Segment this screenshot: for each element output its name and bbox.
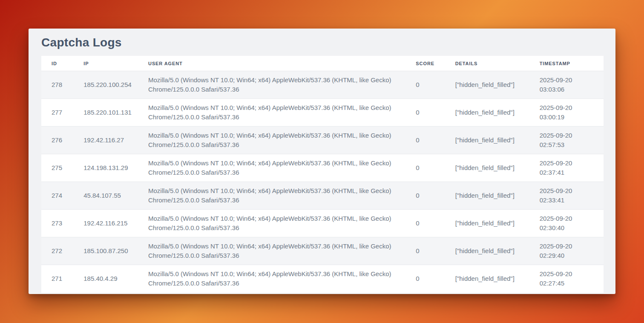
captcha-log-table: ID IP USER AGENT SCORE DETAILS TIMESTAMP…: [41, 56, 604, 293]
cell-id: 278: [41, 71, 73, 99]
cell-id: 276: [41, 127, 73, 154]
column-header-id: ID: [41, 56, 73, 71]
cell-timestamp: 2025-09-20 02:30:40: [529, 210, 604, 237]
cell-score: 0: [405, 210, 445, 237]
cell-details: ["hidden_field_filled"]: [445, 182, 529, 210]
cell-ip: 124.198.131.29: [73, 154, 138, 182]
captcha-logs-card: Captcha Logs ID IP USER AGENT SCORE DETA…: [29, 29, 615, 294]
cell-user-agent: Mozilla/5.0 (Windows NT 10.0; Win64; x64…: [138, 265, 405, 293]
cell-details: ["hidden_field_filled"]: [445, 127, 529, 154]
cell-ip: 192.42.116.27: [73, 127, 138, 154]
cell-ip: 185.220.100.254: [73, 71, 138, 99]
table-header: ID IP USER AGENT SCORE DETAILS TIMESTAMP: [41, 56, 604, 71]
cell-details: ["hidden_field_filled"]: [445, 265, 529, 293]
table-row: 275 124.198.131.29 Mozilla/5.0 (Windows …: [41, 154, 604, 182]
cell-id: 275: [41, 154, 73, 182]
cell-ip: 185.100.87.250: [73, 237, 138, 265]
cell-user-agent: Mozilla/5.0 (Windows NT 10.0; Win64; x64…: [138, 237, 405, 265]
cell-id: 271: [41, 265, 73, 293]
cell-id: 277: [41, 99, 73, 127]
table-row: 271 185.40.4.29 Mozilla/5.0 (Windows NT …: [41, 265, 604, 293]
cell-ip: 185.40.4.29: [73, 265, 138, 293]
column-header-details: DETAILS: [445, 56, 529, 71]
column-header-user-agent: USER AGENT: [138, 56, 405, 71]
cell-score: 0: [405, 99, 445, 127]
cell-timestamp: 2025-09-20 02:33:41: [529, 182, 604, 210]
log-table-body: 278 185.220.100.254 Mozilla/5.0 (Windows…: [41, 71, 604, 293]
table-row: 272 185.100.87.250 Mozilla/5.0 (Windows …: [41, 237, 604, 265]
table-header-row: ID IP USER AGENT SCORE DETAILS TIMESTAMP: [41, 56, 604, 71]
cell-timestamp: 2025-09-20 03:03:06: [529, 71, 604, 99]
cell-details: ["hidden_field_filled"]: [445, 237, 529, 265]
table-row: 273 192.42.116.215 Mozilla/5.0 (Windows …: [41, 210, 604, 237]
cell-timestamp: 2025-09-20 03:00:19: [529, 99, 604, 127]
table-row: 276 192.42.116.27 Mozilla/5.0 (Windows N…: [41, 127, 604, 154]
cell-score: 0: [405, 154, 445, 182]
cell-user-agent: Mozilla/5.0 (Windows NT 10.0; Win64; x64…: [138, 154, 405, 182]
cell-timestamp: 2025-09-20 02:27:45: [529, 265, 604, 293]
page-title: Captcha Logs: [29, 29, 615, 56]
cell-details: ["hidden_field_filled"]: [445, 154, 529, 182]
cell-user-agent: Mozilla/5.0 (Windows NT 10.0; Win64; x64…: [138, 182, 405, 210]
table-row: 278 185.220.100.254 Mozilla/5.0 (Windows…: [41, 71, 604, 99]
cell-ip: 45.84.107.55: [73, 182, 138, 210]
cell-user-agent: Mozilla/5.0 (Windows NT 10.0; Win64; x64…: [138, 71, 405, 99]
cell-score: 0: [405, 127, 445, 154]
cell-ip: 192.42.116.215: [73, 210, 138, 237]
cell-id: 272: [41, 237, 73, 265]
cell-timestamp: 2025-09-20 02:57:53: [529, 127, 604, 154]
cell-timestamp: 2025-09-20 02:37:41: [529, 154, 604, 182]
cell-score: 0: [405, 71, 445, 99]
desktop-background: { "page": { "title": "Captcha Logs" }, "…: [0, 0, 644, 323]
cell-score: 0: [405, 265, 445, 293]
cell-details: ["hidden_field_filled"]: [445, 210, 529, 237]
cell-user-agent: Mozilla/5.0 (Windows NT 10.0; Win64; x64…: [138, 210, 405, 237]
table-row: 274 45.84.107.55 Mozilla/5.0 (Windows NT…: [41, 182, 604, 210]
cell-details: ["hidden_field_filled"]: [445, 71, 529, 99]
cell-id: 274: [41, 182, 73, 210]
cell-user-agent: Mozilla/5.0 (Windows NT 10.0; Win64; x64…: [138, 127, 405, 154]
cell-score: 0: [405, 182, 445, 210]
column-header-ip: IP: [73, 56, 138, 71]
column-header-score: SCORE: [405, 56, 445, 71]
cell-ip: 185.220.101.131: [73, 99, 138, 127]
log-table-container: ID IP USER AGENT SCORE DETAILS TIMESTAMP…: [29, 56, 615, 293]
cell-id: 273: [41, 210, 73, 237]
cell-user-agent: Mozilla/5.0 (Windows NT 10.0; Win64; x64…: [138, 99, 405, 127]
cell-timestamp: 2025-09-20 02:29:40: [529, 237, 604, 265]
cell-score: 0: [405, 237, 445, 265]
table-row: 277 185.220.101.131 Mozilla/5.0 (Windows…: [41, 99, 604, 127]
column-header-timestamp: TIMESTAMP: [529, 56, 604, 71]
cell-details: ["hidden_field_filled"]: [445, 99, 529, 127]
